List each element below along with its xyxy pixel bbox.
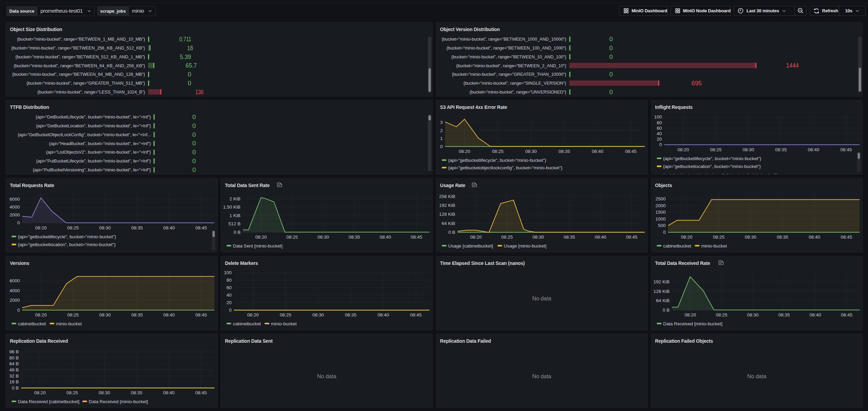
- svg-text:cabinetbucket: cabinetbucket: [233, 321, 261, 326]
- svg-text:1444: 1444: [786, 62, 799, 69]
- svg-text:5.39: 5.39: [180, 53, 191, 60]
- svg-text:0: 0: [192, 140, 196, 147]
- svg-text:100: 100: [224, 270, 232, 275]
- svg-text:{bucket="minio-bucket", range=: {bucket="minio-bucket", range="BETWEEN_5…: [15, 54, 145, 59]
- svg-text:{api="getbucketobjectlockconfi: {api="getbucketobjectlockconfig", bucket…: [448, 165, 562, 170]
- svg-text:08:20: 08:20: [35, 312, 47, 317]
- svg-text:08:45: 08:45: [840, 235, 852, 240]
- svg-text:80: 80: [657, 120, 662, 125]
- svg-text:08:40: 08:40: [378, 312, 389, 317]
- svg-text:0: 0: [192, 166, 196, 173]
- svg-text:Data Received [minio-bucket]: Data Received [minio-bucket]: [89, 399, 148, 404]
- svg-text:2000: 2000: [10, 298, 20, 303]
- svg-text:2500: 2500: [655, 196, 666, 201]
- svg-text:08:30: 08:30: [525, 149, 537, 154]
- svg-text:64 B: 64 B: [9, 361, 19, 366]
- svg-text:08:40: 08:40: [592, 149, 603, 154]
- svg-text:{api="getbucketlocation", buck: {api="getbucketlocation", bucket="minio-…: [18, 242, 116, 247]
- svg-text:cabinetbucket: cabinetbucket: [18, 321, 46, 326]
- svg-text:2: 2: [440, 128, 443, 133]
- svg-text:08:40: 08:40: [595, 235, 606, 240]
- svg-text:08:30: 08:30: [745, 235, 756, 240]
- svg-text:{api="getbucketobjectlockconfi: {api="getbucketobjectlockconfig", bucket…: [18, 251, 132, 252]
- svg-text:{bucket="minio-bucket", range=: {bucket="minio-bucket", range="BETWEEN_1…: [446, 45, 566, 51]
- svg-text:512 B: 512 B: [229, 221, 241, 226]
- svg-text:08:40: 08:40: [380, 235, 391, 240]
- svg-text:08:30: 08:30: [532, 235, 544, 240]
- svg-text:08:40: 08:40: [809, 235, 820, 240]
- svg-text:08:25: 08:25: [280, 312, 291, 317]
- svg-text:08:25: 08:25: [287, 235, 298, 240]
- svg-text:08:25: 08:25: [713, 235, 724, 240]
- svg-text:0: 0: [659, 142, 662, 147]
- svg-text:08:35: 08:35: [349, 235, 360, 240]
- svg-text:0: 0: [609, 44, 612, 52]
- svg-text:08:35: 08:35: [559, 149, 570, 154]
- svg-text:08:20: 08:20: [255, 235, 267, 240]
- svg-text:08:45: 08:45: [625, 149, 637, 154]
- svg-text:{api="ListObjectsV2", bucket=": {api="ListObjectsV2", bucket="minio-buck…: [46, 150, 151, 155]
- svg-text:65.7: 65.7: [186, 62, 197, 69]
- svg-text:32 B: 32 B: [9, 373, 19, 378]
- svg-text:{api="GetBucketLifecycle", buc: {api="GetBucketLifecycle", bucket="minio…: [36, 114, 151, 119]
- svg-text:08:30: 08:30: [742, 147, 754, 152]
- svg-text:08:40: 08:40: [808, 147, 819, 152]
- svg-text:08:20: 08:20: [459, 149, 470, 154]
- svg-text:{bucket="minio-bucket", range=: {bucket="minio-bucket", range="BETWEEN_6…: [14, 63, 145, 68]
- svg-text:08:30: 08:30: [99, 390, 110, 395]
- svg-text:128 KiB: 128 KiB: [439, 212, 455, 217]
- svg-text:08:45: 08:45: [411, 235, 422, 240]
- svg-text:{bucket="minio-bucket", range=: {bucket="minio-bucket", range="BETWEEN_1…: [17, 37, 145, 42]
- svg-text:695: 695: [691, 80, 701, 87]
- svg-text:6000: 6000: [10, 278, 20, 283]
- svg-text:20: 20: [657, 137, 662, 142]
- svg-text:4000: 4000: [10, 204, 20, 210]
- svg-text:0: 0: [192, 131, 196, 138]
- svg-text:0: 0: [609, 36, 612, 43]
- svg-text:08:45: 08:45: [410, 312, 422, 317]
- svg-text:08:45: 08:45: [196, 225, 207, 230]
- svg-text:192 KiB: 192 KiB: [439, 203, 455, 208]
- svg-text:4000: 4000: [10, 288, 20, 293]
- svg-text:08:35: 08:35: [345, 312, 357, 317]
- svg-text:1: 1: [440, 136, 443, 141]
- svg-text:0: 0: [609, 88, 612, 96]
- svg-text:08:40: 08:40: [163, 225, 175, 230]
- svg-text:0: 0: [188, 80, 191, 87]
- svg-text:60: 60: [227, 285, 232, 290]
- svg-text:0: 0: [188, 71, 191, 78]
- svg-text:08:35: 08:35: [131, 312, 143, 317]
- svg-text:100: 100: [654, 115, 662, 120]
- svg-text:{bucket="minio-bucket", range=: {bucket="minio-bucket", range="BETWEEN_2…: [456, 63, 566, 68]
- svg-text:96 B: 96 B: [9, 349, 19, 354]
- svg-text:Data Sent [minio-bucket]: Data Sent [minio-bucket]: [233, 243, 283, 248]
- svg-text:500: 500: [658, 223, 666, 228]
- svg-text:0: 0: [440, 144, 443, 149]
- svg-text:{bucket="minio-bucket", range=: {bucket="minio-bucket", range="GREATER_T…: [27, 81, 145, 86]
- svg-text:08:45: 08:45: [195, 390, 207, 395]
- svg-text:0 B: 0 B: [663, 308, 669, 313]
- svg-text:08:25: 08:25: [492, 149, 504, 154]
- svg-text:08:35: 08:35: [131, 390, 143, 395]
- svg-text:0: 0: [609, 71, 612, 78]
- svg-text:08:45: 08:45: [626, 235, 637, 240]
- svg-text:192 KiB: 192 KiB: [653, 279, 669, 284]
- svg-text:Data Received [minio-bucket]: Data Received [minio-bucket]: [663, 321, 722, 326]
- svg-text:80: 80: [227, 278, 232, 283]
- svg-text:08:35: 08:35: [778, 312, 790, 317]
- svg-text:{bucket="minio-bucket", range=: {bucket="minio-bucket", range="BETWEEN_6…: [12, 72, 145, 77]
- svg-text:16 B: 16 B: [9, 379, 19, 384]
- svg-text:64 KiB: 64 KiB: [656, 298, 670, 303]
- svg-text:0: 0: [17, 308, 20, 313]
- svg-text:0: 0: [17, 220, 20, 225]
- svg-text:08:35: 08:35: [775, 147, 787, 152]
- svg-text:{bucket="minio-bucket", range=: {bucket="minio-bucket", range="SINGLE_VE…: [463, 81, 566, 86]
- svg-text:18: 18: [187, 44, 193, 52]
- svg-text:08:20: 08:20: [681, 235, 693, 240]
- svg-text:08:20: 08:20: [247, 312, 259, 317]
- svg-text:1 KiB: 1 KiB: [230, 213, 241, 218]
- svg-text:0 B: 0 B: [448, 229, 455, 235]
- svg-text:{bucket="minio-bucket", range=: {bucket="minio-bucket", range="GREATER_T…: [452, 72, 566, 77]
- svg-text:0: 0: [192, 157, 196, 165]
- svg-text:0: 0: [192, 148, 196, 156]
